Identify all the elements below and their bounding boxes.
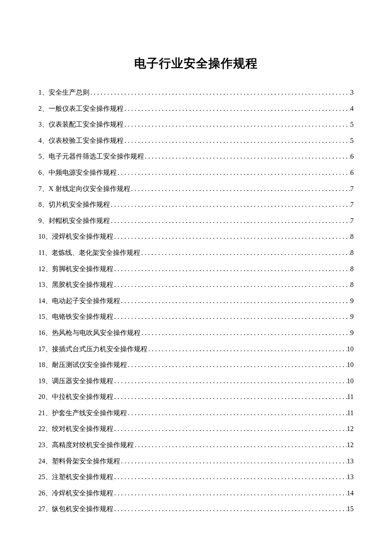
toc-entry-label: 15、电铬铁安全操作规程 <box>38 309 113 325</box>
toc-entry[interactable]: 25、注塑机安全操作规程13 <box>38 469 354 485</box>
toc-entry-label: 20、中拉机安全操作规程 <box>38 389 113 405</box>
toc-leader-dots <box>113 469 347 485</box>
toc-entry[interactable]: 14、电动起子安全操作规程9 <box>38 293 354 309</box>
toc-entry[interactable]: 10、浸焊机安全操作规程8 <box>38 228 354 245</box>
toc-entry[interactable]: 17、接插式台式压力机安全操作规程10 <box>38 341 354 357</box>
toc-entry[interactable]: 1、安全生产总则3 <box>38 84 354 101</box>
toc-entry-label: 5、电子元器件筛选工安全操作规程 <box>38 148 144 165</box>
toc-leader-dots <box>127 405 347 421</box>
toc-entry-page: 6 <box>350 165 354 181</box>
toc-entry-label: 14、电动起子安全操作规程 <box>38 293 120 309</box>
toc-leader-dots <box>110 197 350 213</box>
toc-entry-label: 2、一般仪表工安全操作规程 <box>38 101 124 117</box>
toc-entry-label: 16、热风枪与电吹风安全操作规程 <box>38 325 141 341</box>
toc-entry-page: 7 <box>350 181 354 197</box>
toc-entry-page: 8 <box>350 245 354 261</box>
toc-entry[interactable]: 19、调压器安全操作规程10 <box>38 373 354 389</box>
toc-entry-page: 8 <box>350 277 354 293</box>
toc-entry[interactable]: 26、冷焊机安全操作规程14 <box>38 485 354 501</box>
toc-entry-label: 22、绞对机安全操作规程 <box>38 421 113 437</box>
toc-entry[interactable]: 27、纵包机安全操作规程15 <box>38 501 354 517</box>
toc-leader-dots <box>117 165 350 181</box>
toc-entry-page: 9 <box>350 309 354 325</box>
toc-entry[interactable]: 3、仪表装配工安全操作规程5 <box>38 116 354 133</box>
toc-entry[interactable]: 23、高精度对绞机安全操作规程12 <box>38 437 354 453</box>
toc-entry[interactable]: 21、护套生产线安全操作规程11 <box>38 405 354 421</box>
toc-leader-dots <box>113 421 347 437</box>
toc-entry-label: 6、中频电源安全操作规程 <box>38 165 117 181</box>
toc-entry-label: 10、浸焊机安全操作规程 <box>38 228 113 245</box>
toc-entry[interactable]: 7、X 射线定向仪安全操作规程 7 <box>38 181 354 197</box>
toc-entry-label: 4、仪表校验工安全操作规程 <box>38 133 124 149</box>
toc-entry-page: 12 <box>347 437 354 453</box>
toc-leader-dots <box>140 245 350 261</box>
toc-entry[interactable]: 22、绞对机安全操作规程12 <box>38 421 354 437</box>
toc-leader-dots <box>127 357 347 373</box>
toc-entry[interactable]: 24、塑料骨架安全操作规程13 <box>38 453 354 469</box>
toc-leader-dots <box>120 453 347 469</box>
toc-entry-page: 15 <box>347 501 354 517</box>
toc-entry-page: 11 <box>347 389 354 405</box>
toc-entry-page: 11 <box>347 405 354 421</box>
toc-entry-page: 13 <box>347 453 354 469</box>
toc-entry-label: 23、高精度对绞机安全操作规程 <box>38 437 134 453</box>
toc-entry-page: 8 <box>350 228 354 245</box>
toc-entry-page: 3 <box>350 84 354 101</box>
toc-entry-page: 10 <box>347 357 354 373</box>
toc-entry-page: 14 <box>347 485 354 501</box>
toc-leader-dots <box>113 277 350 293</box>
toc-entry[interactable]: 2、一般仪表工安全操作规程4 <box>38 101 354 117</box>
toc-entry[interactable]: 4、仪表校验工安全操作规程5 <box>38 133 354 149</box>
toc-entry[interactable]: 15、电铬铁安全操作规程9 <box>38 309 354 325</box>
toc-entry[interactable]: 13、黑胶机安全操作规程8 <box>38 277 354 293</box>
toc-entry[interactable]: 8、切片机安全操作规程7 <box>38 197 354 213</box>
toc-entry[interactable]: 18、耐压测试仪安全操作规程10 <box>38 357 354 373</box>
toc-leader-dots <box>113 261 350 277</box>
toc-entry[interactable]: 12、剪脚机安全操作规程8 <box>38 261 354 277</box>
toc-entry-label: 24、塑料骨架安全操作规程 <box>38 453 120 469</box>
toc-entry-page: 12 <box>347 421 354 437</box>
toc-entry[interactable]: 20、中拉机安全操作规程11 <box>38 389 354 405</box>
toc-entry-page: 6 <box>350 148 354 165</box>
toc-entry-label: 19、调压器安全操作规程 <box>38 373 113 389</box>
toc-entry-label: 13、黑胶机安全操作规程 <box>38 277 113 293</box>
toc-entry-label: 8、切片机安全操作规程 <box>38 197 110 213</box>
toc-leader-dots <box>141 325 350 341</box>
toc-leader-dots <box>110 213 350 229</box>
toc-entry-page: 7 <box>350 213 354 229</box>
toc-leader-dots <box>113 373 347 389</box>
toc-entry-page: 5 <box>350 133 354 149</box>
toc-leader-dots <box>134 437 347 453</box>
document-title: 电子行业安全操作规程 <box>38 55 354 72</box>
toc-entry[interactable]: 9、封帽机安全操作规程7 <box>38 213 354 229</box>
toc-entry-page: 7 <box>350 197 354 213</box>
toc-entry-label: 21、护套生产线安全操作规程 <box>38 405 127 421</box>
toc-entry-page: 5 <box>350 116 354 133</box>
toc-entry-label: 17、接插式台式压力机安全操作规程 <box>38 341 147 357</box>
toc-entry[interactable]: 11、老炼线、老化架安全操作规程8 <box>38 245 354 261</box>
toc-leader-dots <box>120 293 350 309</box>
toc-entry-label: 27、纵包机安全操作规程 <box>38 501 113 517</box>
toc-leader-dots <box>113 485 347 501</box>
toc-leader-dots <box>124 101 350 117</box>
toc-entry-label: 1、安全生产总则 <box>38 84 89 101</box>
toc-entry-page: 8 <box>350 261 354 277</box>
toc-entry-label: 3、仪表装配工安全操作规程 <box>38 116 124 133</box>
toc-leader-dots <box>130 181 350 197</box>
toc-entry-label: 11、老炼线、老化架安全操作规程 <box>38 245 140 261</box>
toc-entry[interactable]: 6、中频电源安全操作规程6 <box>38 165 354 181</box>
toc-leader-dots <box>144 148 350 165</box>
toc-entry-page: 9 <box>350 293 354 309</box>
toc-leader-dots <box>147 341 347 357</box>
toc-entry-page: 9 <box>350 325 354 341</box>
toc-entry-label: 7、X 射线定向仪安全操作规程 <box>38 181 130 197</box>
toc-entry-label: 18、耐压测试仪安全操作规程 <box>38 357 127 373</box>
toc-entry-page: 4 <box>350 101 354 117</box>
toc-entry-label: 25、注塑机安全操作规程 <box>38 469 113 485</box>
toc-entry-label: 26、冷焊机安全操作规程 <box>38 485 113 501</box>
toc-entry[interactable]: 16、热风枪与电吹风安全操作规程9 <box>38 325 354 341</box>
toc-entry[interactable]: 5、电子元器件筛选工安全操作规程6 <box>38 148 354 165</box>
toc-leader-dots <box>113 309 350 325</box>
toc-leader-dots <box>113 501 347 517</box>
toc-leader-dots <box>113 389 347 405</box>
